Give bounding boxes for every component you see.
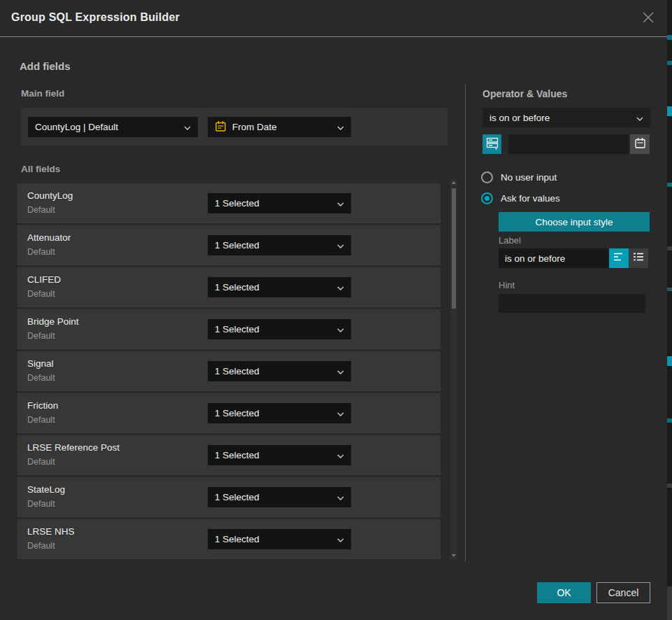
calendar-icon — [215, 120, 227, 134]
group-sql-expression-builder-dialog: Group SQL Expression Builder Add fields … — [0, 0, 672, 620]
main-field-label: Main field — [21, 88, 64, 99]
date-picker-button[interactable] — [630, 134, 650, 154]
field-row: CLIFED Default 1 Selected — [17, 267, 441, 307]
close-icon — [642, 11, 655, 27]
field-selected-dropdown[interactable]: 1 Selected — [208, 235, 351, 255]
label-input[interactable] — [499, 248, 609, 268]
radio-no-user-input[interactable]: No user input — [481, 171, 557, 183]
chevron-down-icon — [636, 113, 643, 123]
field-selected-value: 1 Selected — [215, 492, 337, 502]
choose-input-style-button[interactable]: Choose input style — [499, 212, 650, 232]
field-selected-dropdown[interactable]: 1 Selected — [208, 361, 351, 381]
field-selected-value: 1 Selected — [215, 324, 337, 334]
field-selected-dropdown[interactable]: 1 Selected — [208, 487, 351, 507]
main-field-select-value: CountyLog | Default — [35, 122, 184, 132]
radio-no-user-input-label: No user input — [501, 172, 557, 183]
chevron-down-icon — [337, 450, 344, 460]
field-name: LRSE NHS — [27, 526, 75, 537]
calendar-icon — [634, 137, 646, 152]
chevron-down-icon — [337, 492, 344, 502]
all-fields-label: All fields — [21, 164, 60, 174]
field-selected-dropdown[interactable]: 1 Selected — [208, 319, 351, 339]
field-row: CountyLog Default 1 Selected — [17, 183, 441, 223]
input-style-list-button[interactable] — [629, 248, 648, 268]
scrollbar-down-arrow-icon[interactable] — [452, 554, 456, 557]
field-row: Bridge Point Default 1 Selected — [17, 309, 441, 349]
field-selected-value: 1 Selected — [215, 282, 337, 293]
main-field-date-value: From Date — [232, 122, 331, 132]
field-subtitle: Default — [27, 415, 55, 425]
chevron-down-icon — [337, 122, 344, 132]
field-name: CountyLog — [27, 190, 73, 201]
field-row: StateLog Default 1 Selected — [17, 477, 441, 517]
hint-field-label: Hint — [499, 280, 515, 290]
field-subtitle: Default — [27, 205, 55, 215]
field-subtitle: Default — [27, 457, 55, 467]
chevron-down-icon — [337, 240, 344, 251]
all-fields-list: CountyLog Default 1 Selected Attenuator … — [17, 183, 441, 561]
field-name: Attenuator — [27, 232, 71, 243]
chevron-down-icon — [337, 366, 344, 376]
field-selected-dropdown[interactable]: 1 Selected — [208, 403, 351, 423]
field-selected-dropdown[interactable]: 1 Selected — [208, 193, 351, 213]
panel-divider — [465, 84, 466, 562]
scrollbar-up-arrow-icon[interactable] — [452, 181, 456, 184]
field-subtitle: Default — [27, 289, 55, 299]
field-selected-value: 1 Selected — [215, 240, 337, 251]
radio-circle-icon — [481, 171, 493, 183]
field-selected-dropdown[interactable]: 1 Selected — [208, 277, 351, 297]
main-field-select[interactable]: CountyLog | Default — [28, 117, 198, 137]
list-scrollbar[interactable] — [450, 178, 457, 560]
add-fields-heading: Add fields — [20, 60, 71, 72]
hint-input[interactable] — [499, 294, 645, 313]
field-name: Friction — [27, 400, 58, 411]
field-subtitle: Default — [27, 499, 55, 509]
radio-ask-for-values-label: Ask for values — [501, 193, 560, 204]
value-input[interactable] — [508, 134, 629, 154]
main-field-date-select[interactable]: From Date — [208, 117, 351, 137]
chevron-down-icon — [337, 408, 344, 418]
chevron-down-icon — [337, 198, 344, 209]
field-selected-dropdown[interactable]: 1 Selected — [208, 529, 351, 549]
dialog-title: Group SQL Expression Builder — [11, 11, 180, 24]
chevron-down-icon — [337, 324, 344, 334]
field-subtitle: Default — [27, 247, 55, 257]
field-name: Signal — [27, 358, 54, 369]
cancel-button[interactable]: Cancel — [596, 582, 650, 603]
operator-select[interactable]: is on or before — [482, 108, 650, 127]
align-left-icon — [613, 252, 624, 265]
field-selected-value: 1 Selected — [215, 534, 337, 544]
list-icon — [633, 252, 644, 265]
field-selected-value: 1 Selected — [215, 408, 337, 418]
field-name: StateLog — [27, 484, 65, 495]
background-app-sliver — [667, 0, 672, 620]
set-value-from-field-button[interactable] — [482, 134, 501, 154]
field-row: Attenuator Default 1 Selected — [17, 225, 441, 265]
close-button[interactable] — [639, 10, 657, 28]
label-field-label: Label — [499, 235, 521, 246]
field-row: LRSE NHS Default 1 Selected — [17, 519, 441, 559]
field-name: Bridge Point — [27, 316, 79, 327]
radio-circle-selected-icon — [481, 192, 493, 204]
field-stack-icon — [486, 136, 499, 153]
input-style-single-button[interactable] — [609, 248, 629, 268]
scrollbar-thumb[interactable] — [452, 188, 456, 309]
field-row: Signal Default 1 Selected — [17, 351, 441, 391]
operator-values-heading: Operator & Values — [482, 88, 567, 99]
chevron-down-icon — [184, 122, 191, 132]
field-row: Friction Default 1 Selected — [17, 393, 441, 433]
field-subtitle: Default — [27, 373, 55, 383]
dialog-titlebar: Group SQL Expression Builder — [0, 0, 667, 37]
field-row: LRSE Reference Post Default 1 Selected — [17, 435, 441, 475]
field-name: LRSE Reference Post — [27, 442, 120, 453]
field-name: CLIFED — [27, 274, 61, 285]
operator-select-value: is on or before — [489, 113, 636, 123]
main-field-container: CountyLog | Default From Date — [21, 108, 448, 146]
field-selected-value: 1 Selected — [215, 198, 337, 209]
ok-button[interactable]: OK — [537, 582, 591, 603]
field-selected-value: 1 Selected — [215, 366, 337, 376]
field-selected-value: 1 Selected — [215, 450, 337, 460]
radio-ask-for-values[interactable]: Ask for values — [481, 192, 560, 204]
field-subtitle: Default — [27, 541, 55, 551]
field-selected-dropdown[interactable]: 1 Selected — [208, 445, 351, 465]
